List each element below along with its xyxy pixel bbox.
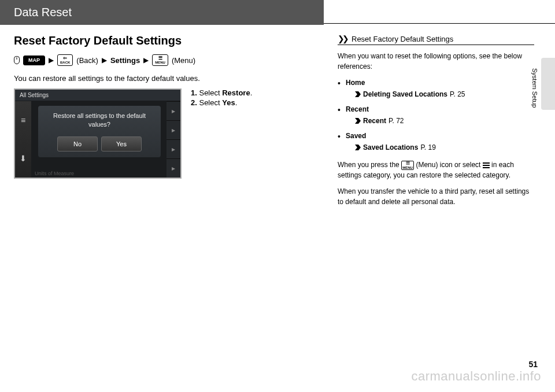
screenshot-header: All Settings (15, 90, 180, 101)
right-column: ❯❯ Reset Factory Default Settings When y… (338, 34, 534, 213)
back-button-icon: ⇦ BACK (57, 54, 73, 66)
link-arrow-icon (355, 91, 361, 97)
reference-list: Home Deleting Saved Locations P. 25 Rece… (338, 77, 534, 153)
section-heading: Reset Factory Default Settings (14, 34, 314, 47)
ref-home-link: Deleting Saved Locations P. 25 (346, 89, 534, 99)
hamburger-icon: ≡ (21, 116, 25, 125)
step-2: 2. Select Yes. (191, 98, 252, 107)
no-button[interactable]: No (57, 136, 98, 151)
chevron-icon: ▸ (166, 158, 180, 177)
menu-icon: MENU (401, 161, 414, 170)
page-title-block: Data Reset (0, 0, 324, 25)
link-arrow-icon (355, 145, 361, 150)
map-button-icon: MAP (23, 56, 45, 65)
step-1: 1. Select Restore. (191, 88, 252, 97)
left-column: Reset Factory Default Settings MAP ▶ ⇦ B… (14, 34, 314, 213)
watermark: carmanualsonline.info (411, 369, 541, 384)
down-arrow-icon: ⬇ (20, 154, 27, 163)
hamburger-icon (483, 161, 490, 169)
back-label: (Back) (76, 56, 98, 65)
menu-label: (Menu) (172, 56, 195, 65)
arrow-icon: ▶ (102, 56, 107, 64)
page-number: 51 (528, 360, 538, 369)
screenshot-right-arrows: ▸ ▸ ▸ ▸ (166, 101, 180, 177)
chevron-icon: ▸ (166, 139, 180, 158)
chevron-icon: ▸ (166, 120, 180, 139)
ref-recent-link: Recent P. 72 (346, 116, 534, 126)
arrow-icon: ▶ (143, 56, 149, 64)
note-body: When you want to reset the following opt… (338, 51, 534, 207)
dialog-buttons: No Yes (43, 136, 156, 151)
ref-saved: Saved Saved Locations P. 19 (338, 131, 534, 153)
settings-label: Settings (110, 56, 140, 65)
dialog-text: Restore all settings to the default valu… (43, 112, 156, 130)
chevron-icon: ▸ (166, 101, 180, 120)
confirm-dialog: Restore all settings to the default valu… (38, 106, 161, 157)
ref-saved-link: Saved Locations P. 19 (346, 142, 534, 153)
figure-and-steps: All Settings ≡ ⬇ ▸ ▸ ▸ ▸ ⚠ Restore all s… (14, 88, 314, 179)
yes-button[interactable]: Yes (101, 136, 142, 151)
note-para-2: When you press the MENU (Menu) icon or s… (338, 160, 534, 180)
screenshot-sidebar: ≡ ⬇ (15, 101, 31, 177)
page-header: Data Reset (0, 0, 555, 25)
device-screenshot: All Settings ≡ ⬇ ▸ ▸ ▸ ▸ ⚠ Restore all s… (14, 88, 182, 179)
chapter-tab-label: System Setup (531, 68, 538, 108)
page-title: Data Reset (14, 6, 72, 19)
intro-text: You can restore all settings to the fact… (14, 74, 314, 83)
screenshot-footer: Units of Measure (35, 171, 74, 176)
ref-recent: Recent Recent P. 72 (338, 104, 534, 126)
note-title: Reset Factory Default Settings (352, 35, 453, 43)
chapter-tab (541, 58, 555, 110)
link-arrow-icon (355, 118, 361, 124)
arrow-icon: ▶ (49, 56, 54, 64)
header-rule (324, 23, 555, 24)
instruction-steps: 1. Select Restore. 2. Select Yes. (191, 88, 252, 179)
mouse-icon (14, 56, 20, 64)
note-intro: When you want to reset the following opt… (338, 51, 534, 72)
breadcrumb: MAP ▶ ⇦ BACK (Back) ▶ Settings ▶ ☰ MENU … (14, 54, 314, 66)
menu-button-icon: ☰ MENU (152, 54, 168, 66)
double-chevron-icon: ❯❯ (338, 34, 347, 43)
ref-home: Home Deleting Saved Locations P. 25 (338, 77, 534, 99)
note-header: ❯❯ Reset Factory Default Settings (338, 34, 534, 45)
note-para-3: When you transfer the vehicle to a third… (338, 186, 534, 207)
content-area: Reset Factory Default Settings MAP ▶ ⇦ B… (0, 25, 555, 213)
